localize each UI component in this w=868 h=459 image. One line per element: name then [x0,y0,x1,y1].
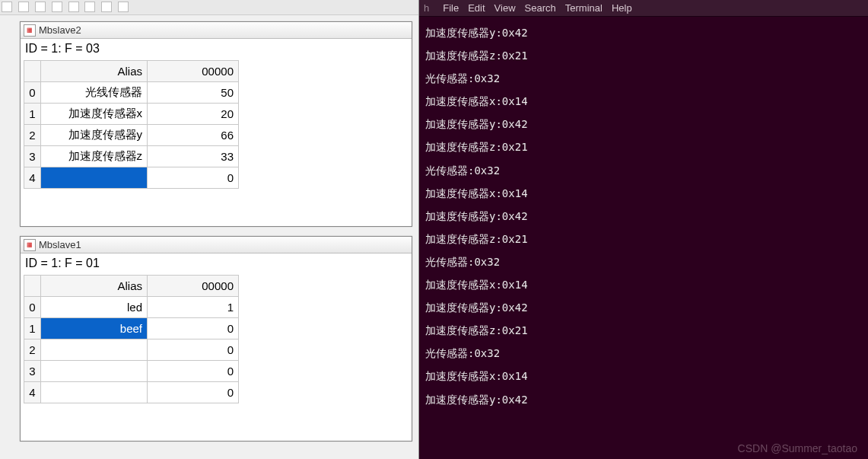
toolbar [0,0,418,15]
row-index: 2 [24,125,41,146]
table-row[interactable]: 1加速度传感器x20 [24,104,239,125]
value-cell[interactable]: 0 [148,318,239,339]
table-row[interactable]: 40 [24,167,239,189]
table-row[interactable]: 2加速度传感器y66 [24,125,239,146]
table-row[interactable]: 3加速度传感器z33 [24,146,239,167]
terminal-output[interactable]: 加速度传感器y:0x42 加速度传感器z:0x21 光传感器:0x32 加速度传… [419,17,868,416]
menu-file[interactable]: File [443,2,459,14]
window-title: Mbslave1 [39,239,81,250]
value-cell[interactable]: 33 [148,146,239,167]
alias-cell[interactable]: led [41,297,148,318]
header-value[interactable]: 00000 [148,61,239,82]
window-title: Mbslave2 [39,24,81,36]
toolbar-button[interactable] [68,2,79,12]
value-cell[interactable]: 0 [148,361,239,382]
value-cell[interactable]: 20 [148,104,239,125]
table-row[interactable]: 20 [24,339,239,361]
table-row[interactable]: 40 [24,382,239,403]
subheader: ID = 1: F = 03 [21,39,412,59]
menu-edit[interactable]: Edit [468,2,485,14]
left-pane: ▦ Mbslave2 ID = 1: F = 03 Alias000000光线传… [0,0,419,459]
row-index: 4 [24,167,41,189]
value-cell[interactable]: 50 [148,82,239,104]
value-cell[interactable]: 0 [148,339,239,361]
header-alias[interactable]: Alias [41,61,148,82]
alias-cell[interactable]: 加速度传感器y [41,125,148,146]
toolbar-button[interactable] [18,2,29,12]
row-index: 3 [24,361,41,382]
alias-cell[interactable] [41,167,148,189]
watermark: CSDN @Summer_taotao [738,442,857,454]
grid: Alias000000led11beef0203040 [21,273,412,405]
toolbar-button[interactable] [84,2,95,12]
alias-cell[interactable] [41,361,148,382]
title-hint: h [424,2,429,14]
row-index: 1 [24,104,41,125]
menu-search[interactable]: Search [525,2,556,14]
header-blank [24,276,41,297]
alias-cell[interactable] [41,382,148,403]
menubar[interactable]: h FileEditViewSearchTerminalHelp [419,0,868,17]
terminal-pane: h FileEditViewSearchTerminalHelp 加速度传感器y… [419,0,868,459]
toolbar-button[interactable] [35,2,46,12]
toolbar-button[interactable] [52,2,62,12]
row-index: 4 [24,382,41,403]
value-cell[interactable]: 66 [148,125,239,146]
alias-cell[interactable]: 光线传感器 [41,82,148,104]
menu-view[interactable]: View [494,2,516,14]
subheader: ID = 1: F = 01 [21,253,412,273]
app-icon: ▦ [24,239,36,251]
header-blank [24,61,41,82]
header-value[interactable]: 00000 [148,276,239,297]
row-index: 3 [24,146,41,167]
menu-help[interactable]: Help [612,2,632,14]
toolbar-button[interactable] [2,2,12,12]
titlebar[interactable]: ▦ Mbslave1 [21,237,412,253]
alias-cell[interactable]: beef [41,318,148,339]
alias-cell[interactable]: 加速度传感器z [41,146,148,167]
grid: Alias000000光线传感器501加速度传感器x202加速度传感器y663加… [21,59,412,190]
row-index: 0 [24,82,41,104]
value-cell[interactable]: 0 [148,167,239,189]
toolbar-button[interactable] [101,2,112,12]
row-index: 1 [24,318,41,339]
toolbar-button[interactable] [118,2,129,12]
app-icon: ▦ [24,24,36,37]
menu-terminal[interactable]: Terminal [565,2,603,14]
row-index: 0 [24,297,41,318]
value-cell[interactable]: 1 [148,297,239,318]
window-mbslave1[interactable]: ▦ Mbslave1 ID = 1: F = 01 Alias000000led… [20,236,412,441]
table-row[interactable]: 1beef0 [24,318,239,339]
value-cell[interactable]: 0 [148,382,239,403]
table-row[interactable]: 0led1 [24,297,239,318]
row-index: 2 [24,339,41,361]
header-alias[interactable]: Alias [41,276,148,297]
alias-cell[interactable] [41,339,148,361]
window-mbslave2[interactable]: ▦ Mbslave2 ID = 1: F = 03 Alias000000光线传… [20,21,412,227]
table-row[interactable]: 30 [24,361,239,382]
table-row[interactable]: 0光线传感器50 [24,82,239,104]
titlebar[interactable]: ▦ Mbslave2 [21,22,412,39]
alias-cell[interactable]: 加速度传感器x [41,104,148,125]
